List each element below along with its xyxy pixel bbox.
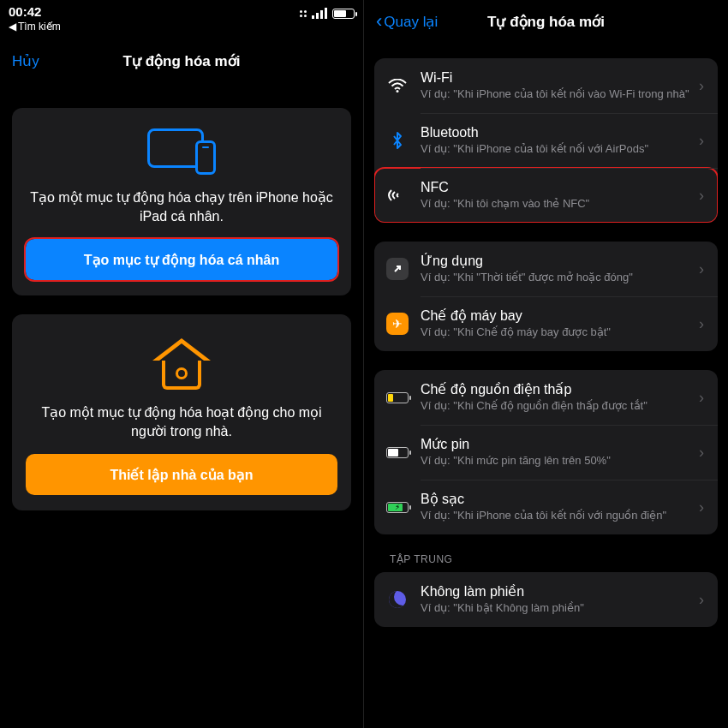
- battery-icon: [332, 9, 355, 19]
- chevron-right-icon: ›: [699, 315, 707, 333]
- row-subtitle: Ví dụ: "Khi iPhone của tôi kết nối với n…: [421, 509, 694, 522]
- setup-home-button[interactable]: Thiết lập nhà của bạn: [26, 454, 337, 495]
- breadcrumb-back[interactable]: ◀︎ Tìm kiếm: [9, 21, 61, 33]
- back-button[interactable]: ‹ Quay lại: [376, 10, 438, 33]
- chevron-right-icon: ›: [699, 444, 707, 462]
- trigger-group-power: Chế độ nguồn điện thấpVí dụ: "Khi Chế độ…: [374, 370, 718, 534]
- nav-bar: Hủy Tự động hóa mới: [0, 39, 363, 82]
- status-bar: 00:42 ◀︎ Tìm kiếm: [0, 0, 363, 39]
- row-subtitle: Ví dụ: "Khi bật Không làm phiền": [421, 601, 694, 615]
- trigger-row-nfc[interactable]: NFCVí dụ: "Khi tôi chạm vào thẻ NFC" ›: [374, 168, 718, 223]
- row-title: NFC: [421, 180, 694, 195]
- devices-icon: [147, 128, 216, 175]
- home-automation-card: Tạo một mục tự động hóa hoạt động cho mọ…: [12, 314, 351, 510]
- low-power-icon: [386, 392, 409, 403]
- trigger-row-battery[interactable]: Mức pinVí dụ: "Khi mức pin tăng lên trên…: [374, 425, 718, 480]
- chevron-right-icon: ›: [699, 77, 707, 95]
- row-title: Wi-Fi: [421, 70, 694, 86]
- status-indicators: [300, 4, 355, 19]
- trigger-row-bluetooth[interactable]: BluetoothVí dụ: "Khi iPhone của tôi kết …: [374, 113, 718, 168]
- row-title: Không làm phiền: [421, 583, 694, 600]
- chevron-right-icon: ›: [699, 591, 707, 609]
- wifi-icon: [388, 79, 407, 92]
- personal-automation-card: Tạo một mục tự động hóa chạy trên iPhone…: [12, 108, 351, 295]
- airplane-icon: ✈︎: [386, 313, 409, 335]
- chevron-right-icon: ›: [699, 187, 707, 205]
- cancel-button[interactable]: Hủy: [12, 52, 39, 70]
- app-open-icon: [386, 258, 409, 280]
- breadcrumb-label: Tìm kiếm: [18, 21, 61, 33]
- row-subtitle: Ví dụ: "Khi Chế độ máy bay được bật": [421, 325, 694, 339]
- trigger-group-app: Ứng dụngVí dụ: "Khi "Thời tiết" được mở …: [374, 242, 718, 351]
- status-time: 00:42: [9, 4, 61, 19]
- chevron-right-icon: ›: [699, 132, 707, 150]
- page-title: Tự động hóa mới: [487, 13, 605, 31]
- phone-left: 00:42 ◀︎ Tìm kiếm Hủy Tự động hóa mới Tạ…: [0, 0, 364, 728]
- trigger-row-app[interactable]: Ứng dụngVí dụ: "Khi "Thời tiết" được mở …: [374, 242, 718, 296]
- card-description: Tạo một mục tự động hóa hoạt động cho mọ…: [26, 403, 337, 440]
- indicator-icon: [300, 10, 307, 17]
- nfc-icon: [388, 187, 407, 204]
- chevron-right-icon: ›: [699, 260, 707, 278]
- back-label: Quay lại: [384, 13, 438, 31]
- moon-icon: [389, 591, 406, 608]
- chevron-left-icon: ‹: [376, 10, 382, 33]
- section-header-focus: TẬP TRUNG: [374, 553, 718, 569]
- page-title: Tự động hóa mới: [123, 52, 241, 70]
- trigger-row-charger[interactable]: ⚡︎ Bộ sạcVí dụ: "Khi iPhone của tôi kết …: [374, 480, 718, 534]
- trigger-row-dnd[interactable]: Không làm phiềnVí dụ: "Khi bật Không làm…: [374, 572, 718, 627]
- trigger-group-focus: Không làm phiềnVí dụ: "Khi bật Không làm…: [374, 572, 718, 627]
- row-subtitle: Ví dụ: "Khi mức pin tăng lên trên 50%": [421, 454, 694, 468]
- bluetooth-icon: [391, 131, 403, 150]
- signal-icon: [312, 8, 327, 19]
- battery-level-icon: [386, 447, 409, 458]
- row-subtitle: Ví dụ: "Khi Chế độ nguồn điện thấp được …: [421, 399, 694, 413]
- row-subtitle: Ví dụ: "Khi iPhone của tôi kết nối với A…: [421, 142, 694, 156]
- trigger-row-lowpower[interactable]: Chế độ nguồn điện thấpVí dụ: "Khi Chế độ…: [374, 370, 718, 425]
- row-title: Chế độ nguồn điện thấp: [421, 381, 694, 397]
- row-subtitle: Ví dụ: "Khi tôi chạm vào thẻ NFC": [421, 197, 694, 211]
- row-title: Bluetooth: [421, 125, 694, 140]
- charger-icon: ⚡︎: [386, 502, 409, 513]
- nav-bar: ‹ Quay lại Tự động hóa mới: [364, 0, 728, 43]
- svg-point-0: [397, 90, 399, 92]
- row-subtitle: Ví dụ: "Khi iPhone của tôi kết nối vào W…: [421, 87, 694, 101]
- row-title: Ứng dụng: [421, 253, 694, 269]
- chevron-right-icon: ›: [699, 498, 707, 516]
- chevron-left-icon: ◀︎: [9, 21, 16, 33]
- row-subtitle: Ví dụ: "Khi "Thời tiết" được mở hoặc đón…: [421, 271, 694, 284]
- create-personal-automation-button[interactable]: Tạo mục tự động hóa cá nhân: [26, 239, 337, 280]
- row-title: Bộ sạc: [421, 491, 694, 507]
- chevron-right-icon: ›: [699, 389, 707, 407]
- row-title: Chế độ máy bay: [421, 307, 694, 324]
- trigger-row-wifi[interactable]: Wi-FiVí dụ: "Khi iPhone của tôi kết nối …: [374, 58, 718, 113]
- phone-right: ‹ Quay lại Tự động hóa mới Wi-FiVí dụ: "…: [364, 0, 728, 728]
- row-title: Mức pin: [421, 436, 694, 452]
- trigger-group-connectivity: Wi-FiVí dụ: "Khi iPhone của tôi kết nối …: [374, 58, 718, 223]
- home-icon: [152, 335, 212, 390]
- trigger-row-airplane[interactable]: ✈︎ Chế độ máy bayVí dụ: "Khi Chế độ máy …: [374, 296, 718, 351]
- card-description: Tạo một mục tự động hóa chạy trên iPhone…: [26, 188, 337, 225]
